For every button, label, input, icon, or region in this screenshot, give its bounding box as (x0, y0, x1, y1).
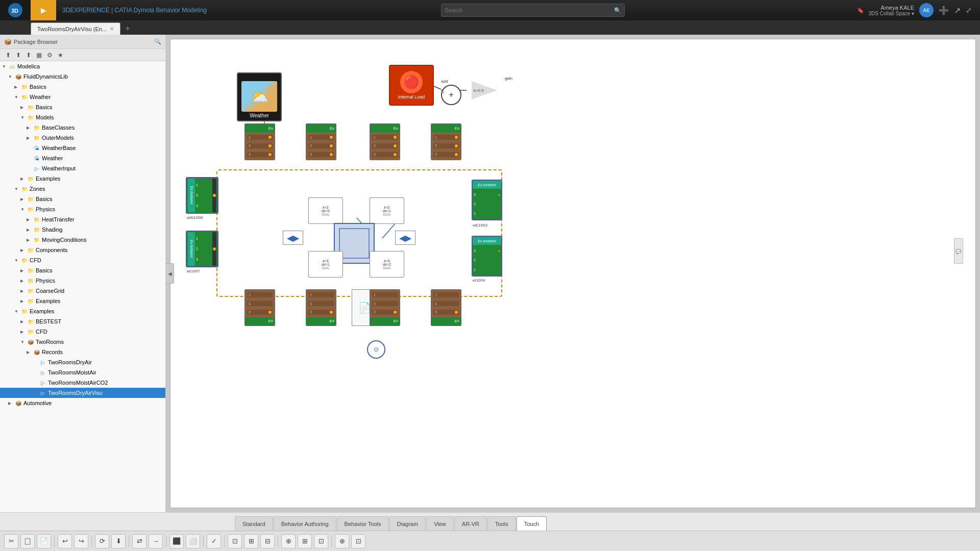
btab-behavior-authoring[interactable]: Behavior Authoring (274, 516, 336, 531)
tree-item-baseclasses[interactable]: ▶ 📁 BaseClasses (0, 122, 165, 133)
btab-diagram[interactable]: Diagram (389, 516, 426, 531)
tree-item-tworooms[interactable]: ▼ 📦 TwoRooms (0, 337, 165, 347)
arrow-block-right[interactable]: ◀▶ (395, 231, 415, 245)
tree-item-basics2[interactable]: ▶ 📁 Basics (0, 102, 165, 112)
tree-item-examples2[interactable]: ▶ 📁 Examples (0, 173, 165, 184)
tree-item-movingconditions[interactable]: ▶ 📁 MovingConditions (0, 235, 165, 245)
tree-item-tworoomsmoistairco2[interactable]: ▷ TwoRoomsMoistAirCO2 (0, 378, 165, 388)
tree-item-automotive[interactable]: ▶ 📦 Automotive (0, 398, 165, 408)
tree-item-tworoomsmoistair[interactable]: ▷ TwoRoomsMoistAir (0, 367, 165, 378)
redo-button[interactable]: ↪ (74, 534, 88, 548)
up-button[interactable]: ⬆ (24, 51, 33, 59)
sidebar-collapse-button[interactable]: ◀ (166, 263, 174, 284)
connect-button[interactable]: ⇄ (132, 534, 146, 548)
extra-button[interactable]: ⊡ (351, 534, 365, 548)
tree-item-components[interactable]: ▶ 📁 Components (0, 245, 165, 255)
ex-block-bottom-1[interactable]: Ex 3 2 1 (244, 289, 275, 326)
tab-close-button[interactable]: ✕ (110, 26, 114, 32)
k-block-1[interactable]: k=2 dir=2 tWAr (308, 197, 343, 224)
ambient-ww1008[interactable]: Ex Ambient 1 2 3 (186, 177, 218, 214)
arrow-block-left[interactable]: ◀▶ (283, 231, 303, 245)
layer-button[interactable]: ⊕ (281, 534, 296, 548)
ex-block-2[interactable]: Ex 1 2 3 (306, 123, 336, 160)
import-button[interactable]: ⬇ (111, 534, 126, 548)
tree-item-coarsegrid[interactable]: ▶ 📁 CoarseGrid (0, 286, 165, 296)
tree-item-zones[interactable]: ▼ 📁 Zones (0, 184, 165, 194)
tree-item-heattransfer[interactable]: ▶ 📁 HeatTransfer (0, 214, 165, 224)
btab-tools[interactable]: Tools (487, 516, 516, 531)
ex-block-bottom-3[interactable]: Ex 3 2 1 (370, 289, 400, 326)
tree-item-weather-root[interactable]: ▼ 📁 Weather (0, 92, 165, 102)
ex-block-3[interactable]: Ex 1 2 3 (370, 123, 400, 160)
tree-item-records[interactable]: ▶ 📦 Records (0, 347, 165, 357)
ambient-ei1004[interactable]: Ex Ambient 3● 2 1 (472, 236, 502, 277)
share-icon[interactable]: ↗ (954, 6, 961, 15)
tree-item-basics[interactable]: ▶ 📁 Basics (0, 82, 165, 92)
btab-behavior-tools[interactable]: Behavior Tools (337, 516, 389, 531)
expand-icon[interactable]: ⤢ (966, 6, 972, 14)
tree-item-examples-top[interactable]: ▼ 📁 Examples (0, 306, 165, 316)
tree-item-cfd2[interactable]: ▶ 📁 CFD (0, 327, 165, 337)
tree-item-basics4[interactable]: ▶ 📁 Basics (0, 265, 165, 276)
avatar[interactable]: AK (919, 3, 934, 17)
tree-item-bestest[interactable]: ▶ 📁 BESTEST (0, 316, 165, 327)
tree-item-weather2[interactable]: 🌤 Weather (0, 153, 165, 163)
sensor-block[interactable]: ⊙ (367, 340, 385, 359)
internal-load-component[interactable]: 🔴 Internal Load (389, 65, 434, 106)
k-block-2[interactable]: k=2 dir=1 tWAr (370, 197, 404, 224)
search-icon[interactable]: 🔍 (611, 7, 624, 14)
tree-item-basics3[interactable]: ▶ 📁 Basics (0, 194, 165, 204)
tab-active[interactable]: TwoRoomsDryAirVisu (En... ✕ (31, 22, 120, 35)
brand-icon[interactable]: ▶ (31, 0, 56, 20)
comment-bubble[interactable]: 💬 (954, 238, 963, 264)
tree-item-weatherinput[interactable]: ▷ WeatherInput (0, 163, 165, 173)
ex-block-bottom-2[interactable]: Ex 3 2 1 (306, 289, 336, 326)
stop-button[interactable]: ⬛ (169, 534, 184, 548)
tree-item-cfd[interactable]: ▼ 📁 CFD (0, 255, 165, 265)
ex-block-1[interactable]: Ex 1 2 3 (244, 123, 275, 160)
space-name[interactable]: 3DS Collab Space ▾ (868, 11, 914, 16)
btab-touch[interactable]: Touch (517, 516, 547, 531)
copy-button[interactable]: 📋 (20, 534, 35, 548)
k-block-3[interactable]: k=3 dir=1 tWAr (308, 251, 343, 278)
simulate-button[interactable]: → (149, 534, 163, 548)
check-button[interactable]: ✓ (207, 534, 221, 548)
tree-item-modelica[interactable]: ▼ 🗂 Modelica (0, 61, 165, 71)
tree-item-physics-cfd[interactable]: ▶ 📁 Physics (0, 276, 165, 286)
collapse-all-button[interactable]: ⬆ (14, 51, 22, 59)
sidebar-search-icon[interactable]: 🔍 (154, 38, 161, 45)
add-block[interactable]: add + + (441, 79, 461, 105)
refresh-button[interactable]: ⟳ (95, 534, 109, 548)
ex-block-bottom-4[interactable]: Ex 3 2 1 (431, 289, 461, 326)
settings2-button[interactable]: ⊡ (314, 534, 328, 548)
tree-item-examples3[interactable]: ▶ 📁 Examples (0, 296, 165, 306)
tab-add-button[interactable]: + (121, 22, 134, 35)
btab-standard[interactable]: Standard (235, 516, 273, 531)
gain-block[interactable]: gain k=0.5 (472, 76, 512, 99)
tree-item-shading[interactable]: ▶ 📁 Shading (0, 224, 165, 235)
paste-button[interactable]: 📄 (37, 534, 51, 548)
star-button[interactable]: ★ (56, 51, 65, 59)
tree-item-models[interactable]: ▼ 📁 Models (0, 112, 165, 122)
btab-ar-vr[interactable]: AR-VR (454, 516, 487, 531)
search-input[interactable] (442, 7, 611, 13)
tree-item-outermodels[interactable]: ▶ 📁 OuterModels (0, 133, 165, 143)
filter-button[interactable]: ▦ (35, 51, 43, 59)
weather-component[interactable]: ⛅ Weather (237, 72, 282, 121)
diagram-canvas[interactable]: ⛅ Weather 🔴 Internal Load add + + gain (170, 39, 976, 508)
ambient-wi1007[interactable]: Ex Ambient 1 2 3 (186, 231, 218, 267)
ambient-we1003[interactable]: Ex Ambient 3● 2 1 (472, 180, 502, 220)
zoom-in-button[interactable]: ⊞ (244, 534, 258, 548)
zoom-fit-button[interactable]: ⊡ (228, 534, 242, 548)
grid-button[interactable]: ⊞ (298, 534, 312, 548)
plugin-button[interactable]: ⊕ (335, 534, 349, 548)
zoom-out-button[interactable]: ⊟ (260, 534, 275, 548)
ex-block-4[interactable]: Ex 1 2 3 (431, 123, 461, 160)
tree-item-fluiddynamicslib[interactable]: ▼ 📦 FluidDynamicsLib (0, 71, 165, 82)
tree-item-weatherbase[interactable]: 🌤 WeatherBase (0, 143, 165, 153)
btab-view[interactable]: View (426, 516, 454, 531)
tree-item-tworoomsdryairvisu[interactable]: ▷ TwoRoomsDryAirVisu (0, 388, 165, 398)
add-icon[interactable]: ➕ (939, 6, 949, 15)
cut-button[interactable]: ✂ (4, 534, 18, 548)
tree-item-physics-zones[interactable]: ▼ 📁 Physics (0, 204, 165, 214)
